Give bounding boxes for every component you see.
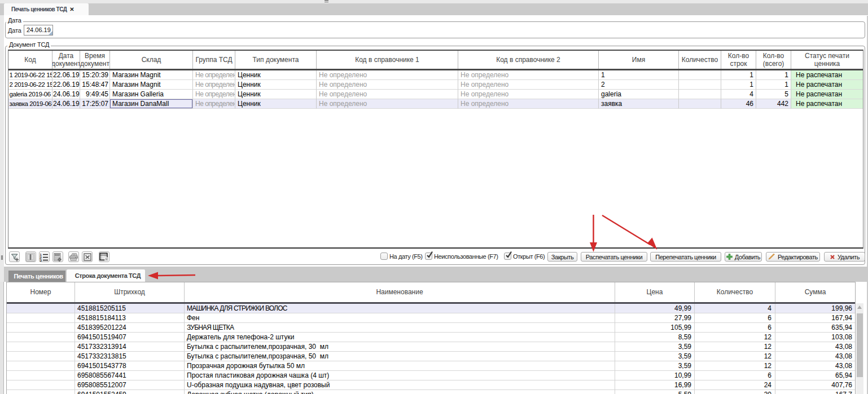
svg-text:3: 3 [40, 259, 42, 262]
